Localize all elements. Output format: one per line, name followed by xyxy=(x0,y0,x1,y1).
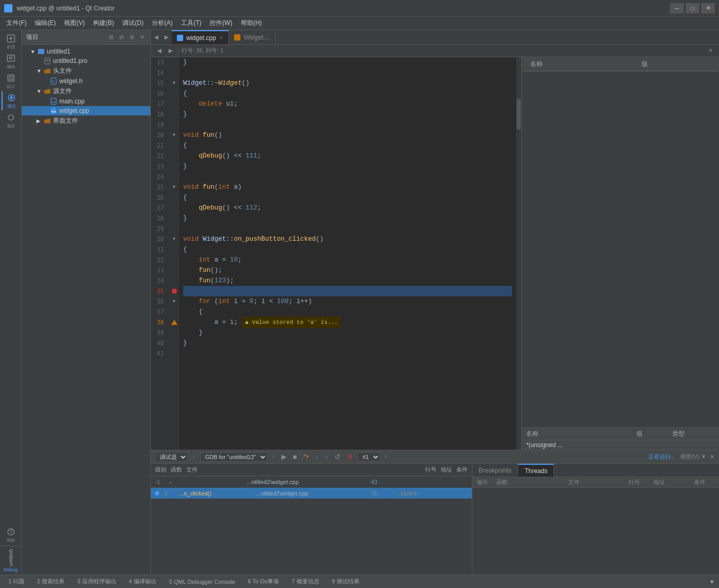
scrollbar-thumb[interactable] xyxy=(517,99,521,130)
tab-nav-left[interactable]: ◀ xyxy=(151,30,161,44)
project-file-icon xyxy=(37,48,45,55)
debug-status: 正在运行。 xyxy=(648,453,677,461)
fold-15[interactable]: ▼ xyxy=(173,81,175,86)
tab-nav-right[interactable]: ▶ xyxy=(161,30,172,44)
close-button[interactable]: ✕ xyxy=(701,3,715,14)
gutter-16 xyxy=(170,88,179,99)
sidebar-welcome[interactable]: 欢迎 xyxy=(2,32,20,51)
thread-select[interactable]: #1 xyxy=(358,452,380,462)
sidebar-help[interactable]: ? 帮助 xyxy=(2,526,20,545)
status-qml-console[interactable]: 5 QML Debugger Console xyxy=(165,579,239,585)
expand-icon[interactable]: ⊕ xyxy=(127,33,136,42)
toolbar-nav-back[interactable]: ◀ xyxy=(155,47,163,55)
editor-area: ◀ ▶ widget.cpp ✕ Widget:... ◀ ▶ 行号: 35, … xyxy=(151,30,719,574)
statusbar: 1 问题 2 搜索结果 3 应用程序输出 4 编译输出 5 QML Debugg… xyxy=(0,574,719,588)
toolbar-close[interactable]: ✕ xyxy=(706,47,715,55)
tab-widget-class[interactable]: Widget:... xyxy=(229,30,276,44)
status-search[interactable]: 2 搜索结果 xyxy=(33,578,69,585)
menu-analyze[interactable]: 分析(A) xyxy=(148,18,177,29)
menu-file[interactable]: 文件(F) xyxy=(2,18,31,29)
status-overview[interactable]: 7 概要信息 xyxy=(287,578,323,585)
code-lines[interactable]: } Widget::~Widget() { delete ui; } void … xyxy=(179,57,516,450)
menu-help[interactable]: 帮助(H) xyxy=(237,18,266,29)
status-compile-output[interactable]: 4 编译输出 xyxy=(125,578,161,585)
svg-text:h: h xyxy=(52,80,54,83)
tab-widget-cpp[interactable]: widget.cpp ✕ xyxy=(172,30,229,44)
debug-step-out-btn[interactable]: ↑ xyxy=(323,452,330,461)
view-button[interactable]: 视图(V) ▼ xyxy=(680,453,707,461)
fold-36[interactable]: ▼ xyxy=(173,299,175,304)
status-app-output[interactable]: 3 应用程序输出 xyxy=(73,578,120,585)
tab-close-widget-cpp[interactable]: ✕ xyxy=(219,35,223,41)
fold-20[interactable]: ▼ xyxy=(173,133,175,138)
code-line-13: } xyxy=(183,57,512,68)
gutter-19 xyxy=(170,120,179,130)
debugger-select[interactable]: 调试器 xyxy=(155,452,188,462)
sidebar-design[interactable]: 设计 xyxy=(2,72,20,90)
ln-19: 19 xyxy=(151,120,166,130)
tree-item-pro[interactable]: ▶ untitled1.pro xyxy=(22,56,150,66)
menu-widgets[interactable]: 控件(W) xyxy=(206,18,236,29)
svg-text:?: ? xyxy=(9,529,12,535)
status-problems[interactable]: 1 问题 xyxy=(4,578,29,585)
sidebar-project-name: untitled1 xyxy=(8,548,14,566)
tab-breakpoints[interactable]: Breakpoints xyxy=(472,464,518,477)
gutter-32 xyxy=(170,255,179,265)
minimize-button[interactable]: ─ xyxy=(670,3,684,14)
stack-row-2[interactable]: 2 ...n_clicked() ...ntitled2\widget.cpp … xyxy=(151,488,472,499)
menu-view[interactable]: 视图(V) xyxy=(60,18,89,29)
gdb-select[interactable]: GDB for "untitled12" xyxy=(200,452,267,462)
status-todo[interactable]: 6 To-Do事项 xyxy=(243,578,283,585)
tab-threads[interactable]: Threads xyxy=(518,464,554,477)
tree-item-ui[interactable]: ▶ 界面文件 xyxy=(22,115,150,126)
tree-item-headers[interactable]: ▼ 头文件 xyxy=(22,66,150,76)
pro-file-icon xyxy=(44,57,51,64)
tree-item-main-cpp[interactable]: ▶ cpp main.cpp xyxy=(22,97,150,106)
menu-tools[interactable]: 工具(T) xyxy=(177,18,206,29)
stack-row-1[interactable]: -1 - ...ntitled2\widget.cpp 43 xyxy=(151,476,472,488)
sidebar-debug[interactable]: 调试 xyxy=(2,92,20,110)
code-editor[interactable]: 13 14 15 16 17 18 19 20 21 22 23 24 25 2… xyxy=(151,57,521,450)
code-line-35 xyxy=(183,286,512,296)
tree-label-pro: untitled1.pro xyxy=(53,57,87,64)
tree-item-widget-cpp[interactable]: ▶ cpp widget.cpp xyxy=(22,106,150,115)
gutter-34 xyxy=(170,276,179,286)
sidebar-project[interactable]: 项目 xyxy=(2,111,20,130)
menu-build[interactable]: 构建(B) xyxy=(89,18,118,29)
folder-icon-headers xyxy=(44,68,51,75)
filter-icon[interactable]: ⊞ xyxy=(107,33,115,42)
menu-edit[interactable]: 编辑(E) xyxy=(31,18,60,29)
tree-item-widget-h[interactable]: ▶ h widget.h xyxy=(22,76,150,86)
debug-stop-btn[interactable]: ■ xyxy=(291,452,299,461)
fold-25[interactable]: ▼ xyxy=(173,185,175,190)
close-panel-icon[interactable]: ✕ xyxy=(138,33,146,42)
debug-restart-btn[interactable]: ↺ xyxy=(333,452,342,461)
status-tests[interactable]: 9 测试结果 xyxy=(328,578,364,585)
fold-30[interactable]: ▼ xyxy=(173,237,175,242)
warning-triangle-38 xyxy=(171,320,177,325)
debug-continue-btn[interactable]: ▶ xyxy=(280,452,288,461)
toolbar-nav-fwd[interactable]: ▶ xyxy=(166,47,175,55)
stack-file-1: ...ntitled2\widget.cpp xyxy=(247,479,367,485)
h-file-icon: h xyxy=(50,77,57,85)
debug-interrupt-btn[interactable]: ⏸ xyxy=(345,452,355,461)
ln-34: 34 xyxy=(151,276,166,286)
sync-icon[interactable]: ⇄ xyxy=(117,33,125,42)
ln-27: 27 xyxy=(151,203,166,213)
menu-debug[interactable]: 调试(D) xyxy=(118,18,148,29)
menubar: 文件(F) 编辑(E) 视图(V) 构建(B) 调试(D) 分析(A) 工具(T… xyxy=(0,17,719,30)
gutter-26 xyxy=(170,192,179,203)
debug-step-into-btn[interactable]: ↓ xyxy=(314,452,320,461)
sidebar-edit[interactable]: 编辑 xyxy=(2,52,20,71)
tree-item-untitled1[interactable]: ▼ untitled1 xyxy=(22,47,150,56)
tree-label-ui: 界面文件 xyxy=(53,116,78,125)
debug-step-over-btn[interactable]: ↷ xyxy=(302,452,311,461)
maximize-button[interactable]: □ xyxy=(686,3,699,14)
editor-scrollbar[interactable] xyxy=(516,57,521,450)
ln-16: 16 xyxy=(151,88,166,99)
code-line-25: void fun(int a) xyxy=(183,182,512,192)
tree-item-sources[interactable]: ▼ 源文件 xyxy=(22,86,150,97)
help-label: 帮助 xyxy=(7,538,15,543)
watch-col-name: 名称 xyxy=(526,58,637,71)
titlebar: widget.cpp @ untitled1 - Qt Creator ─ □ … xyxy=(0,0,719,17)
